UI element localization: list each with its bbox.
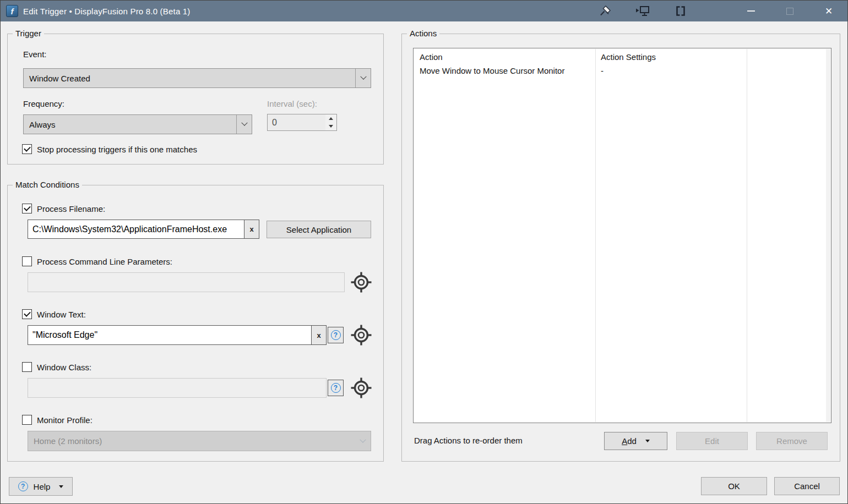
ok-button-label: OK (728, 481, 740, 491)
column-divider (595, 49, 596, 422)
monitor-profile-label: Monitor Profile: (37, 415, 93, 425)
clear-x-label: x (317, 331, 320, 339)
cancel-button[interactable]: Cancel (774, 477, 840, 495)
window-text-checkbox[interactable]: Window Text: (22, 309, 86, 319)
action-row-name[interactable]: Move Window to Mouse Cursor Monitor (420, 66, 564, 75)
titlebar[interactable]: f Edit Trigger • DisplayFusion Pro 8.0 (… (1, 1, 847, 21)
add-button[interactable]: Add (604, 432, 667, 450)
frequency-dropdown-value: Always (24, 115, 236, 134)
arrow-down-icon (329, 125, 333, 128)
maximize-button (777, 1, 802, 21)
process-cmdline-input (28, 272, 345, 292)
dropdown-arrow-icon (645, 440, 650, 442)
checkbox-box[interactable] (22, 309, 32, 319)
help-button[interactable]: ? Help (9, 477, 73, 496)
process-cmdline-label: Process Command Line Parameters: (37, 257, 172, 266)
window-target-picker-icon[interactable] (350, 377, 372, 399)
pin-icon-glyph (599, 5, 611, 17)
frequency-dropdown-button[interactable] (236, 115, 252, 134)
actions-group: Actions Action Action Settings Move Wind… (401, 34, 840, 462)
close-button[interactable]: ✕ (816, 1, 841, 21)
window-class-checkbox[interactable]: Window Class: (22, 362, 91, 372)
chevron-down-icon (360, 436, 366, 442)
window-text-input[interactable] (28, 325, 312, 345)
checkbox-box[interactable] (22, 204, 32, 213)
column-divider (747, 49, 747, 422)
select-application-button[interactable]: Select Application (267, 221, 371, 238)
monitor-profile-value: Home (2 monitors) (28, 431, 355, 451)
actions-group-label: Actions (407, 29, 439, 38)
span-brackets-icon[interactable] (668, 1, 693, 21)
cancel-button-label: Cancel (794, 481, 820, 491)
trigger-group: Trigger Event: Window Created Frequency:… (7, 34, 384, 165)
crosshair-icon (350, 271, 372, 293)
close-icon: ✕ (825, 6, 833, 17)
window-target-picker-icon[interactable] (350, 271, 372, 293)
window-class-input (28, 378, 327, 398)
question-mark-icon: ? (331, 383, 341, 393)
select-application-label: Select Application (286, 225, 351, 234)
trigger-group-label: Trigger (13, 29, 44, 38)
pin-icon[interactable] (592, 1, 618, 21)
question-mark-icon: ? (331, 330, 341, 340)
window-target-picker-icon[interactable] (350, 324, 372, 346)
ok-button[interactable]: OK (701, 477, 767, 495)
spin-down-button (325, 123, 336, 131)
frequency-dropdown[interactable]: Always (23, 114, 252, 134)
help-question-icon: ? (18, 481, 28, 491)
minimize-button[interactable] (738, 1, 764, 21)
checkbox-box[interactable] (22, 362, 32, 372)
process-filename-input[interactable] (28, 220, 244, 239)
maximize-icon (786, 8, 793, 15)
help-button-label: Help (34, 482, 51, 491)
add-button-label: Add (622, 436, 637, 446)
event-dropdown-button[interactable] (355, 69, 371, 87)
chevron-down-icon (241, 120, 247, 126)
checkbox-box[interactable] (22, 415, 32, 425)
column-header-action-settings[interactable]: Action Settings (601, 52, 656, 62)
event-label: Event: (23, 50, 47, 59)
move-to-monitor-glyph (635, 6, 650, 17)
crosshair-icon (350, 324, 372, 346)
window-text-label: Window Text: (37, 310, 86, 319)
stop-processing-checkbox[interactable]: Stop processing triggers if this one mat… (22, 144, 197, 154)
span-brackets-glyph (675, 5, 687, 17)
drag-actions-hint: Drag Actions to re-order them (414, 436, 523, 445)
process-filename-label: Process Filename: (37, 204, 105, 213)
remove-button-label: Remove (776, 436, 807, 446)
interval-value: 0 (268, 114, 325, 130)
checkbox-box[interactable] (22, 144, 32, 154)
window-class-label: Window Class: (37, 363, 91, 372)
actions-list[interactable]: Action Action Settings Move Window to Mo… (413, 48, 831, 423)
clear-window-text-button[interactable]: x (311, 325, 327, 345)
window-title: Edit Trigger • DisplayFusion Pro 8.0 (Be… (23, 7, 191, 16)
process-filename-checkbox[interactable]: Process Filename: (22, 204, 105, 213)
clear-filename-button[interactable]: x (244, 220, 259, 239)
match-conditions-group: Match Conditions Process Filename: x Sel… (7, 185, 384, 462)
edit-trigger-dialog: f Edit Trigger • DisplayFusion Pro 8.0 (… (0, 0, 848, 504)
move-to-monitor-icon[interactable] (630, 1, 655, 21)
minimize-icon (747, 10, 755, 12)
dropdown-arrow-icon (59, 485, 63, 488)
edit-button: Edit (676, 432, 748, 450)
stop-processing-label: Stop processing triggers if this one mat… (37, 145, 197, 154)
process-cmdline-checkbox[interactable]: Process Command Line Parameters: (22, 256, 172, 266)
crosshair-icon (350, 377, 372, 399)
monitor-profile-checkbox[interactable]: Monitor Profile: (22, 415, 93, 425)
interval-spin-buttons (325, 114, 336, 130)
interval-label: Interval (sec): (267, 99, 317, 108)
action-row-settings[interactable]: - (601, 66, 604, 75)
match-conditions-group-label: Match Conditions (13, 180, 82, 189)
chevron-down-icon (360, 74, 366, 80)
window-text-help-button[interactable]: ? (328, 327, 344, 343)
event-dropdown-value: Window Created (24, 69, 355, 87)
edit-button-label: Edit (705, 436, 719, 446)
window-class-help-button[interactable]: ? (328, 380, 344, 396)
spin-up-button (325, 114, 336, 123)
event-dropdown[interactable]: Window Created (23, 68, 371, 88)
arrow-up-icon (329, 117, 333, 120)
scrollbar-track (826, 49, 830, 422)
checkbox-box[interactable] (22, 256, 32, 266)
column-header-action[interactable]: Action (420, 52, 443, 62)
clear-x-label: x (249, 225, 253, 233)
